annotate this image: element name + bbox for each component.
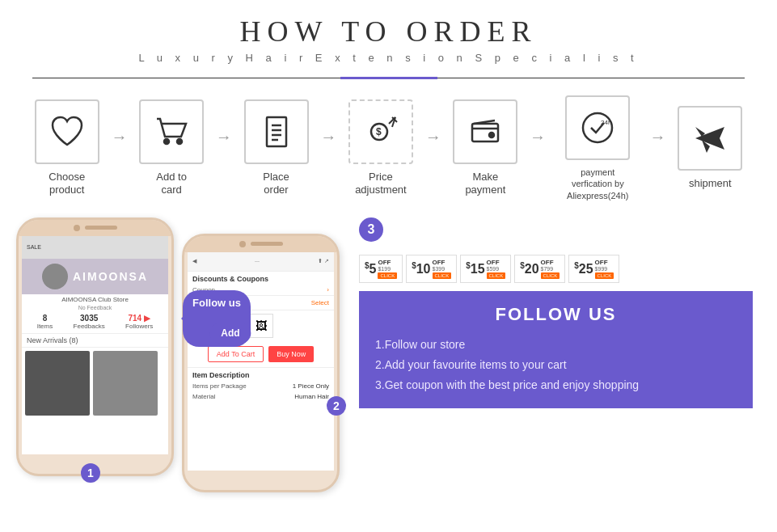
- step-icon-heart: [35, 99, 99, 164]
- step-add-to-card: Add tocard: [129, 99, 213, 198]
- step-price-adjustment: $ Priceadjustment: [338, 99, 423, 198]
- coupons-bar: $5 OFF $199 CLICK $10 OFF $399 CLICK $15: [359, 255, 753, 283]
- coupon-1: $5 OFF $199 CLICK: [359, 255, 403, 283]
- coupon-amount-3: $15: [466, 261, 484, 277]
- phone1-product-1: [25, 351, 90, 416]
- phone1-products: [22, 348, 168, 419]
- svg-text:24h: 24h: [601, 119, 611, 126]
- phone1-status-bar: SALE: [22, 236, 168, 259]
- coupon-amount-2: $10: [412, 261, 430, 277]
- arrow-1: →: [111, 128, 127, 146]
- svg-point-0: [164, 139, 169, 144]
- step-label: paymentverfication byAliexpress(24h): [567, 167, 628, 201]
- phone1-new-arrivals: New Arrivals (8): [22, 334, 168, 348]
- step-icon-wallet: [453, 99, 517, 164]
- step-icon-check24: 24h: [565, 95, 630, 160]
- coupon-5: $25 OFF $999 CLICK: [568, 255, 619, 283]
- svg-point-14: [583, 113, 612, 142]
- bottom-section: SALE AIMOONSA AIMOONSA Club Store No Fee…: [0, 217, 777, 492]
- phone1-mockup: SALE AIMOONSA AIMOONSA Club Store No Fee…: [16, 217, 174, 476]
- step-label: shipment: [689, 177, 732, 191]
- step-payment-verification: 24h paymentverfication byAliexpress(24h): [547, 95, 648, 201]
- follow-us-title: FOLLOW US: [375, 304, 737, 325]
- step-icon-price: $: [348, 99, 413, 164]
- step-label: Chooseproduct: [49, 171, 85, 198]
- phone1-stats: 8 Items 3035 Feedbacks 714 ▶ Followers: [22, 310, 168, 334]
- follow-item-3: 3.Get coupon with the best price and enj…: [375, 375, 737, 395]
- coupon-2: $10 OFF $399 CLICK: [406, 255, 457, 283]
- coupon-amount-5: $25: [574, 261, 593, 277]
- step-label: Makepayment: [465, 171, 505, 198]
- page-subtitle: L u x u r y H a i r E x t e n s i o n S …: [0, 52, 777, 64]
- phone2-select[interactable]: Select: [311, 299, 329, 306]
- header: HOW TO ORDER L u x u r y H a i r E x t e…: [0, 0, 777, 79]
- phone1-brand-name: AIMOONSA: [73, 270, 148, 283]
- phone1-brand: AIMOONSA: [22, 259, 168, 294]
- buy-now-button[interactable]: Buy Now: [268, 346, 314, 362]
- coupon-amount-4: $20: [520, 261, 538, 277]
- phone2-screen: ◀ ··· ⬆ ↗ Discounts & Coupons Coupon... …: [188, 252, 334, 471]
- step-icon-list: [244, 99, 309, 164]
- step-make-payment: Makepayment: [443, 99, 528, 198]
- svg-point-1: [177, 139, 182, 144]
- arrow-2: →: [216, 128, 232, 146]
- phone2-desc-row-1: Items per Package 1 Piece Only: [188, 381, 334, 391]
- arrow-4: →: [425, 128, 441, 146]
- phone1-container: SALE AIMOONSA AIMOONSA Club Store No Fee…: [16, 217, 174, 492]
- follow-us-list: 1.Follow our store 2.Add your favourite …: [375, 335, 737, 396]
- coupon-3: $15 OFF $599 CLICK: [460, 255, 511, 283]
- badge-3: 3: [359, 217, 383, 242]
- badge-2: 2: [327, 396, 346, 416]
- svg-rect-2: [267, 117, 286, 146]
- step-shipment: shipment: [668, 106, 753, 191]
- phone2-mockup: ◀ ··· ⬆ ↗ Discounts & Coupons Coupon... …: [182, 234, 340, 492]
- right-section: 3 $5 OFF $199 CLICK $10 OFF $399 CLICK: [351, 217, 761, 492]
- phone2-container: ◀ ··· ⬆ ↗ Discounts & Coupons Coupon... …: [182, 234, 340, 492]
- follow-item-1: 1.Follow our store: [375, 335, 737, 355]
- step-place-order: Placeorder: [234, 99, 319, 198]
- arrow-5: →: [530, 128, 546, 146]
- page-title: HOW TO ORDER: [0, 15, 777, 49]
- arrow-3: →: [320, 128, 336, 146]
- steps-section: Chooseproduct → Add tocard → Placeorder: [0, 79, 777, 209]
- coupon-4: $20 OFF $799 CLICK: [514, 255, 565, 283]
- step-icon-cart: [139, 99, 204, 164]
- follow-item-2: 2.Add your favourite items to your cart: [375, 355, 737, 375]
- arrow-6: →: [650, 128, 666, 146]
- step-label: Placeorder: [263, 171, 289, 198]
- coupon-amount-1: $5: [365, 261, 376, 277]
- phone2-section-title: Discounts & Coupons: [188, 272, 334, 285]
- follow-us-box: FOLLOW US 1.Follow our store 2.Add your …: [359, 291, 753, 409]
- phone2-status-bar: ◀ ··· ⬆ ↗: [188, 252, 334, 272]
- svg-point-13: [489, 133, 494, 137]
- step-label: Add tocard: [156, 171, 187, 198]
- phone1-store-label: AIMOONSA Club Store: [22, 294, 168, 305]
- phone2-item-desc-title: Item Description: [188, 367, 334, 381]
- phone1-product-2: [93, 351, 158, 416]
- step-choose-product: Chooseproduct: [24, 99, 109, 198]
- add-to-cart-button[interactable]: Add To Cart: [208, 346, 264, 362]
- add-bubble: Add: [209, 323, 251, 344]
- phone1-no-feedback: No Feedback: [22, 305, 168, 310]
- step-label: Priceadjustment: [355, 171, 407, 198]
- badge-1: 1: [81, 463, 100, 483]
- phone1-screen: SALE AIMOONSA AIMOONSA Club Store No Fee…: [22, 236, 168, 454]
- svg-text:$: $: [376, 126, 382, 137]
- svg-rect-12: [472, 124, 498, 141]
- step-icon-plane: [678, 106, 742, 171]
- phone2-desc-row-2: Material Human Hair: [188, 391, 334, 402]
